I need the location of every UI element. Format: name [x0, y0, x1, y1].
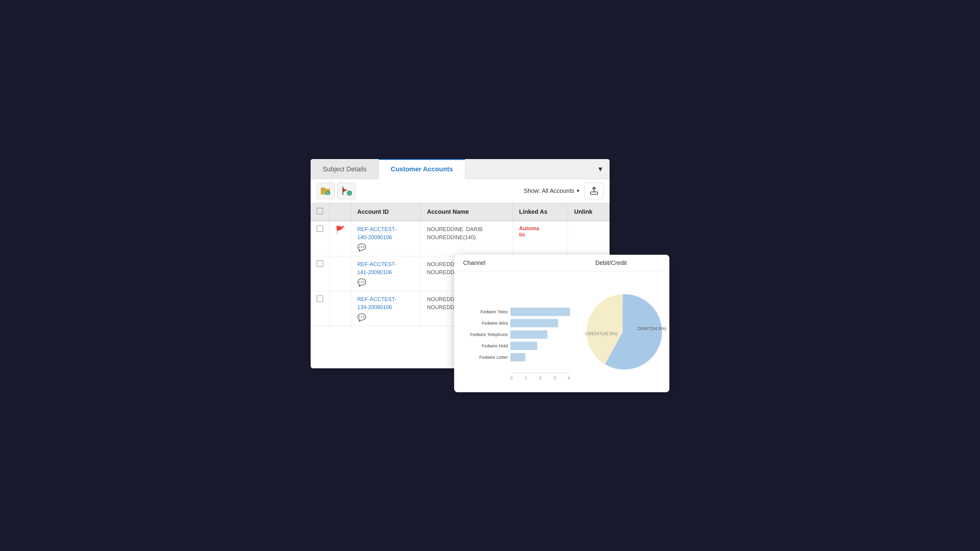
bar-row-hold: Fedwire Hold [463, 342, 570, 350]
row2-checkbox[interactable] [317, 260, 323, 267]
row1-account-name: NOUREDDINE DARIBNOUREDDINE(140) [427, 225, 507, 242]
svg-marker-4 [343, 186, 347, 192]
export-icon [590, 186, 598, 195]
row3-account-id-link[interactable]: REF-ACCTEST-139-20090106 [357, 295, 415, 312]
pie-credit-label: CREDIT(45.5%) [585, 331, 617, 336]
flag-move-button[interactable]: → [337, 183, 355, 199]
toolbar: ↻ → Show: All Accounts ▾ [310, 179, 609, 203]
bar-fill-telex [510, 307, 570, 316]
row1-checkbox-cell [310, 221, 329, 256]
pie-chart-area: CREDIT(45.5%) DEBIT(54.5%) [576, 274, 670, 389]
svg-rect-8 [590, 192, 598, 194]
svg-text:↻: ↻ [327, 192, 329, 195]
bar-fill-telephone [510, 330, 547, 339]
bar-label-telex: Fedwire Telex [463, 309, 508, 314]
col-header-account-name: Account Name [421, 203, 513, 221]
row1-account-name-cell: NOUREDDINE DARIBNOUREDDINE(140) [421, 221, 513, 256]
row2-comment-icon[interactable]: 💬 [357, 278, 415, 287]
bar-fill-hold [510, 342, 537, 350]
bar-row-letter: Fedwire Letter [463, 353, 570, 361]
row2-account-id-link[interactable]: REF-ACCTEST-141-20090106 [357, 260, 415, 277]
row1-comment-icon[interactable]: 💬 [357, 244, 415, 252]
bar-label-wire: Fedwire Wire [463, 320, 508, 326]
col-header-linked-as: Linked As [513, 203, 568, 221]
row2-account-id-cell: REF-ACCTEST-141-20090106 💬 [351, 256, 421, 291]
col-header-checkbox [310, 203, 329, 221]
row1-linked-as: Automatic [519, 225, 539, 238]
filter-dropdown-arrow: ▾ [577, 188, 579, 194]
bar-label-telephone: Fedwire Telephone [463, 332, 508, 337]
row1-linked-as-cell: Automatic [513, 221, 568, 256]
bar-fill-wire [510, 319, 558, 327]
row3-checkbox[interactable] [317, 295, 323, 302]
row1-flag-icon: 🚩 [336, 225, 345, 234]
tab-bar: Subject Details Customer Accounts ▼ [310, 159, 609, 179]
tabs-dropdown-icon[interactable]: ▼ [591, 160, 609, 178]
export-button[interactable] [584, 183, 604, 199]
x-axis-3: 3 [554, 376, 556, 380]
row1-unlink-cell [568, 221, 609, 256]
chart-channel-label: Channel [463, 260, 562, 266]
col-header-unlink: Unlink [568, 203, 609, 221]
row1-flag-cell: 🚩 [329, 221, 351, 256]
tab-subject-details[interactable]: Subject Details [310, 160, 379, 178]
row1-account-id-link[interactable]: REF-ACCTEST-140-20090106 [357, 225, 415, 242]
x-axis-0: 0 [510, 376, 513, 380]
chart-header: Channel Debit/Credit [454, 255, 670, 271]
svg-rect-1 [321, 188, 325, 190]
bar-row-telex: Fedwire Telex [463, 307, 570, 316]
col-header-flag [329, 203, 351, 221]
row3-comment-icon[interactable]: 💬 [357, 313, 415, 322]
row3-flag-cell [329, 291, 351, 326]
row2-flag-cell [329, 256, 351, 291]
bar-label-letter: Fedwire Letter [463, 355, 508, 360]
row3-account-id-cell: REF-ACCTEST-139-20090106 💬 [351, 291, 421, 326]
bar-chart-area: Fedwire Telex Fedwire Wire Fedwire Telep… [454, 274, 576, 389]
row2-checkbox-cell [310, 256, 329, 291]
x-axis-labels: 0 1 2 3 4 [463, 376, 570, 380]
pie-debit-label: DEBIT(54.5%) [637, 326, 667, 331]
chart-debit-credit-label: Debit/Credit [562, 260, 660, 266]
x-axis-line [510, 373, 570, 373]
bar-label-hold: Fedwire Hold [463, 343, 508, 348]
col-header-account-id: Account ID [351, 203, 421, 221]
bar-row-wire: Fedwire Wire [463, 319, 570, 327]
chart-card: Channel Debit/Credit Fedwire Telex Fedwi… [454, 255, 670, 392]
show-filter-dropdown[interactable]: Show: All Accounts ▾ [524, 188, 579, 194]
folder-icon: ↻ [321, 186, 330, 195]
open-folder-button[interactable]: ↻ [317, 183, 334, 199]
flag-move-icon: → [341, 186, 352, 196]
svg-text:→: → [348, 192, 351, 195]
x-axis-1: 1 [525, 376, 527, 380]
bar-row-telephone: Fedwire Telephone [463, 330, 570, 339]
table-row: 🚩 REF-ACCTEST-140-20090106 💬 NOUREDDINE … [310, 221, 609, 256]
row1-account-id-cell: REF-ACCTEST-140-20090106 💬 [351, 221, 421, 256]
row1-checkbox[interactable] [317, 225, 323, 232]
x-axis-2: 2 [539, 376, 541, 380]
x-axis-4: 4 [568, 376, 570, 380]
bar-chart-inner: Fedwire Telex Fedwire Wire Fedwire Telep… [463, 277, 570, 373]
chart-body: Fedwire Telex Fedwire Wire Fedwire Telep… [454, 271, 670, 392]
bar-fill-letter [510, 353, 525, 361]
row3-checkbox-cell [310, 291, 329, 326]
tab-customer-accounts[interactable]: Customer Accounts [379, 159, 465, 179]
select-all-checkbox[interactable] [317, 208, 323, 214]
